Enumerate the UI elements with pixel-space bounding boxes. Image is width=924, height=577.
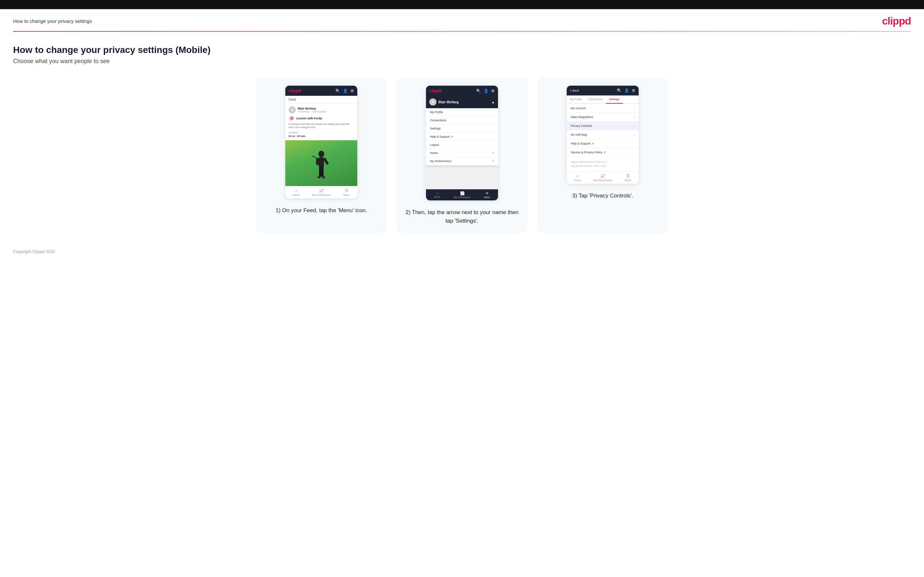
svg-point-6 (317, 176, 321, 179)
page-subheading: Choose what you want people to see (13, 58, 911, 65)
phone3-tab-home-label: Home (574, 179, 581, 182)
svg-rect-1 (319, 157, 324, 167)
search-icon[interactable]: 🔍 (335, 89, 340, 93)
menu-username: Blair McHarg (438, 100, 459, 104)
phone1-nav-icons: 🔍 👤 ⚙ (335, 89, 354, 93)
svg-point-0 (318, 151, 324, 157)
phone1-bottom-bar: ⌂ Home 📈 My Performance ☰ Menu (285, 186, 357, 198)
tab-connections[interactable]: Connections (585, 95, 606, 104)
back-button[interactable]: < Back (570, 89, 579, 92)
copyright: Copyright Clippd 2022 (13, 249, 55, 254)
phone3-tab-menu[interactable]: ☰ Menu (625, 174, 631, 182)
svg-rect-5 (321, 166, 324, 177)
tab-my-profile[interactable]: My Profile (567, 95, 585, 104)
svg-rect-3 (323, 158, 329, 165)
post-desc: Looking to feel like my hands are exitin… (289, 122, 354, 129)
step-2-card: clippd 🔍 👤 ⚙ B (397, 78, 527, 233)
performance-icon: 📈 (319, 188, 324, 193)
menu-item-help[interactable]: Help & Support ↗ (426, 133, 498, 141)
menu-tab-home[interactable]: ⌂ Home (434, 191, 440, 198)
search-icon[interactable]: 🔍 (617, 88, 622, 93)
menu-item-logout[interactable]: Logout (426, 141, 498, 149)
settings-item-golf-bag[interactable]: My Golf Bag › (567, 131, 639, 139)
footer: Copyright Clippd 2022 (0, 243, 924, 261)
menu-icon: ☰ (345, 188, 349, 193)
my-account-label: My Account (571, 106, 586, 110)
lesson-icon: 🎯 (289, 115, 294, 121)
tab-performance[interactable]: 📈 My Performance (312, 188, 331, 197)
menu-item-my-profile[interactable]: My Profile (426, 108, 498, 116)
settings-item-service-privacy[interactable]: Service & Privacy Policy ↗ (567, 148, 639, 157)
phone3-nav-icons: 🔍 👤 ⚙ (617, 88, 635, 93)
menu-item-settings[interactable]: Settings (426, 124, 498, 133)
logo: clippd (882, 15, 911, 27)
menu-tab-performance[interactable]: 📈 My Performance (454, 191, 470, 198)
tab-performance-label: My Performance (312, 193, 331, 197)
step-3-caption: 3) Tap 'Privacy Controls'. (572, 192, 633, 200)
user-icon[interactable]: 👤 (484, 89, 488, 93)
close-icon: ✕ (486, 191, 488, 195)
settings-item-data-integrations[interactable]: Data Integrations › (567, 113, 639, 122)
header-title: How to change your privacy settings (13, 18, 92, 24)
menu-tab-close[interactable]: ✕ Menu (484, 191, 490, 198)
menu-tab-close-label: Menu (484, 196, 490, 198)
settings-item-help[interactable]: Help & Support ↗ (567, 139, 639, 148)
settings-icon[interactable]: ⚙ (491, 89, 495, 93)
menu-icon: ☰ (626, 174, 630, 178)
menu-item-performance-expandable[interactable]: My Performance ▾ (426, 157, 498, 165)
menu-avatar: B (429, 98, 436, 106)
settings-icon[interactable]: ⚙ (632, 88, 635, 93)
tab-home[interactable]: ⌂ Home (293, 188, 300, 197)
step-1-caption: 1) On your Feed, tap the 'Menu' icon. (276, 206, 367, 215)
golf-image (285, 140, 357, 186)
svg-line-8 (312, 156, 316, 158)
steps-container: clippd 🔍 👤 ⚙ Feed B Blair McHarg (13, 78, 911, 233)
phone1-nav: clippd 🔍 👤 ⚙ (285, 85, 357, 96)
golfer-silhouette (312, 150, 331, 186)
phone-3: < Back 🔍 👤 ⚙ My Profile Connections Sett… (567, 85, 639, 184)
post-name: Blair McHarg (298, 107, 326, 110)
home-icon: ⌂ (577, 174, 579, 178)
menu-tab-performance-label: My Performance (454, 196, 470, 198)
menu-item-home-expandable[interactable]: Home ▾ (426, 149, 498, 157)
phone1-post: B Blair McHarg Yesterday · Sunningdale 🎯… (285, 104, 357, 140)
svg-point-7 (322, 176, 325, 179)
avatar: B (289, 106, 296, 113)
data-integrations-chevron: › (634, 115, 635, 119)
step-2-caption: 2) Then, tap the arrow next to your name… (404, 208, 520, 225)
menu-user-row[interactable]: B Blair McHarg ▲ (426, 96, 498, 108)
top-bar (0, 0, 924, 9)
page-heading: How to change your privacy settings (Mob… (13, 45, 911, 55)
header: How to change your privacy settings clip… (0, 9, 924, 31)
search-icon[interactable]: 🔍 (476, 89, 481, 93)
settings-version: Clippd Client Version: 2022.8.3-3SQL Ser… (567, 157, 639, 171)
phone2-nav-icons: 🔍 👤 ⚙ (476, 89, 495, 93)
performance-icon: 📈 (460, 191, 465, 195)
phone3-tab-performance[interactable]: 📈 My Performance (593, 174, 612, 182)
settings-icon[interactable]: ⚙ (351, 89, 354, 93)
settings-item-privacy-controls[interactable]: Privacy Controls › (567, 122, 639, 131)
menu-item-connections[interactable]: Connections (426, 116, 498, 124)
phone2-menu-overlay: B Blair McHarg ▲ My Profile Connections … (426, 96, 498, 200)
privacy-controls-chevron: › (634, 124, 635, 127)
menu-chevron-up: ▲ (491, 100, 495, 104)
phone3-nav: < Back 🔍 👤 ⚙ (567, 85, 639, 95)
help-support-label: Help & Support ↗ (571, 142, 594, 145)
golf-bag-chevron: › (634, 133, 635, 136)
menu-dropdown: B Blair McHarg ▲ My Profile Connections … (426, 96, 498, 165)
settings-item-my-account[interactable]: My Account › (567, 104, 639, 113)
tab-settings[interactable]: Settings (606, 95, 623, 104)
phone3-tab-home[interactable]: ⌂ Home (574, 174, 581, 182)
privacy-controls-label: Privacy Controls (571, 124, 592, 127)
phone1-logo: clippd (289, 88, 301, 93)
tab-menu-label: Menu (343, 193, 350, 197)
user-icon[interactable]: 👤 (624, 88, 629, 93)
duration-label: Duration (289, 131, 354, 134)
post-date: Yesterday · Sunningdale (298, 110, 326, 113)
user-icon[interactable]: 👤 (343, 89, 348, 93)
service-privacy-label: Service & Privacy Policy ↗ (571, 151, 606, 154)
tab-menu[interactable]: ☰ Menu (343, 188, 350, 197)
menu-performance-label: My Performance (430, 160, 452, 163)
phone-2: clippd 🔍 👤 ⚙ B (426, 85, 498, 200)
menu-performance-chevron: ▾ (493, 160, 494, 163)
